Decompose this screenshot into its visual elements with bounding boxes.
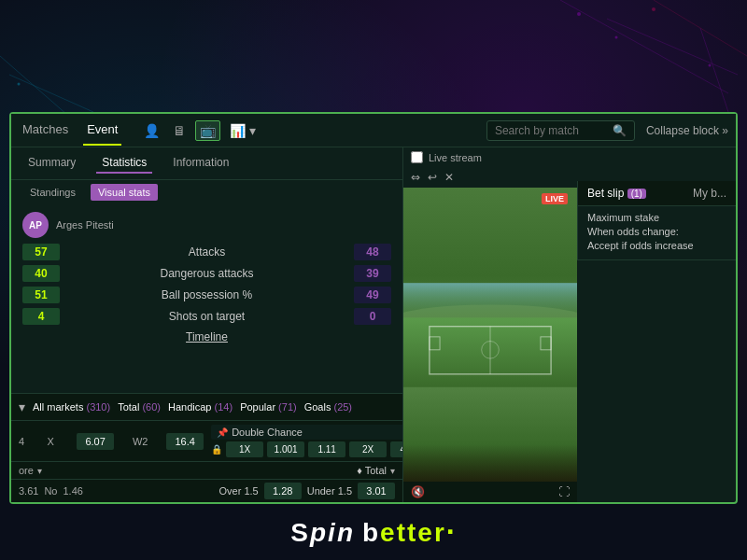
search-input[interactable] [495, 124, 607, 137]
x-odds-val[interactable]: 6.07 [77, 433, 114, 450]
stat-left-dangerous: 40 [22, 265, 60, 282]
stat-label-dangerous: Dangerous attacks [65, 267, 348, 280]
max-stake-row: Maximum stake [587, 212, 726, 223]
goals-tag[interactable]: Goals (25) [304, 401, 352, 413]
collapse-button[interactable]: Collapse block » [646, 124, 728, 137]
standings-tab[interactable]: Standings [22, 184, 83, 201]
svg-point-9 [709, 64, 712, 67]
under-val[interactable]: 3.01 [358, 483, 395, 499]
odds-change-label: When odds change: [587, 226, 679, 237]
event-tab[interactable]: Event [83, 115, 121, 146]
bottom-logo: Spinbetter· [290, 514, 456, 549]
logo-dot: · [446, 514, 457, 548]
stream-checkbox[interactable] [411, 151, 423, 163]
team-section: AP Arges Pitesti [22, 212, 391, 238]
pitch [403, 188, 577, 482]
logo-n: n [337, 518, 355, 547]
statistics-tab[interactable]: Statistics [96, 153, 152, 174]
stat-right-attacks: 48 [354, 244, 391, 260]
markets-bar: ▾ All markets (310) Total (60) Handicap … [11, 393, 402, 420]
stream-video: LIVE [403, 188, 577, 482]
stat-label-possession: Ball possession % [65, 288, 348, 301]
timeline-link[interactable]: Timeline [186, 330, 228, 343]
expand-total-icon[interactable]: ▾ [37, 466, 42, 476]
timeline-section: Timeline [22, 330, 391, 343]
svg-line-1 [607, 19, 738, 75]
total-tag[interactable]: Total (60) [118, 401, 161, 413]
accept-odds-label: Accept if odds increase [587, 240, 694, 251]
accept-odds-row: Accept if odds increase [587, 240, 726, 251]
stat-right-dangerous: 39 [354, 265, 391, 282]
stat-left-shots: 4 [22, 308, 60, 325]
stat-right-possession: 49 [354, 287, 391, 303]
checkbox-area: Live stream [403, 147, 577, 167]
over-val[interactable]: 1.28 [264, 483, 302, 499]
double-chance-title: Double Chance [232, 427, 303, 438]
w2-odds-val[interactable]: 16.4 [166, 433, 204, 450]
user-icon-btn[interactable]: 👤 [140, 121, 163, 140]
team-name: Arges Pitesti [56, 219, 114, 231]
bet-slip-tab[interactable]: Bet slip (1) [587, 187, 646, 200]
back-icon[interactable]: ↩ [428, 171, 437, 184]
stat-left-attacks: 57 [22, 244, 60, 260]
stat-row-dangerous: 40 Dangerous attacks 39 [22, 265, 391, 282]
max-stake-label: Maximum stake [587, 212, 659, 223]
no-label: No [44, 485, 57, 497]
stat-label-shots: Shots on target [65, 310, 348, 323]
visual-stats-tab[interactable]: Visual stats [91, 184, 158, 201]
some-val: 1.46 [63, 485, 82, 497]
matches-tab[interactable]: Matches [19, 115, 72, 146]
x-odds-label: X [32, 433, 69, 450]
monitor-icon-btn[interactable]: 🖥 [169, 121, 190, 140]
search-icon: 🔍 [613, 124, 627, 137]
dc-1x-val[interactable]: 1.001 [267, 441, 304, 457]
stream-footer: 🔇 ⛶ [403, 482, 577, 502]
svg-point-7 [615, 36, 618, 39]
close-stream-icon[interactable]: ✕ [444, 171, 454, 184]
chart-icon-btn[interactable]: 📊 ▾ [226, 121, 260, 140]
dc-2x-val[interactable]: 4.51 [390, 441, 403, 457]
mute-icon[interactable]: 🔇 [411, 485, 425, 498]
prev-label: ore [19, 465, 34, 476]
bet-info: Maximum stake When odds change: Accept i… [578, 206, 736, 259]
logo-i: i [328, 518, 337, 547]
svg-line-4 [9, 75, 93, 112]
logo-spin: S [290, 518, 310, 547]
information-tab[interactable]: Information [167, 153, 234, 174]
lock-icon: 🔒 [211, 444, 222, 455]
stat-label-attacks: Attacks [65, 245, 348, 259]
sub-nav: Summary Statistics Information [11, 147, 402, 180]
left-panel: Summary Statistics Information Standings… [11, 147, 403, 502]
tv-icon-btn[interactable]: 📺 [195, 120, 220, 141]
stat-row-attacks: 57 Attacks 48 [22, 244, 391, 260]
pitch-svg [403, 279, 577, 391]
move-icon[interactable]: ⇔ [411, 171, 420, 184]
logo-etter: etter [380, 518, 446, 547]
popular-tag[interactable]: Popular (71) [240, 401, 297, 413]
my-bets-tab[interactable]: My b... [693, 187, 726, 200]
team-logo: AP [22, 212, 49, 238]
bet-count-badge: (1) [627, 189, 646, 199]
logo-p: p [310, 518, 328, 547]
svg-point-6 [577, 12, 581, 16]
market-expand-icon[interactable]: ▾ [19, 399, 25, 414]
expand-total2-icon[interactable]: ▾ [390, 466, 395, 476]
x-result-label: 4 [19, 436, 24, 447]
summary-tab[interactable]: Summary [22, 153, 81, 174]
double-chance-odds: 🔒 1X 1.001 1.11 2X 4.51 [211, 441, 403, 457]
dc-2x-label: 2X [349, 441, 387, 457]
double-chance-header: 📌 Double Chance [211, 425, 403, 440]
total-title: ♦ Total [357, 465, 387, 476]
stream-controls: ⇔ ↩ ✕ [411, 171, 454, 184]
stat-row-possession: 51 Ball possession % 49 [22, 287, 391, 303]
fullscreen-icon[interactable]: ⛶ [558, 485, 570, 498]
stats-tabs: Standings Visual stats [11, 180, 402, 204]
double-chance-section: 📌 Double Chance 🔒 1X 1.001 1.11 2X 4.51 [211, 425, 403, 457]
stats-area: AP Arges Pitesti 57 Attacks 48 40 Danger… [11, 204, 402, 393]
svg-line-2 [654, 0, 747, 56]
all-markets-tag[interactable]: All markets (310) [33, 401, 110, 413]
pin-icon: 📌 [217, 427, 228, 438]
logo-b: b [362, 518, 380, 547]
handicap-tag[interactable]: Handicap (14) [168, 401, 233, 413]
dc-12-val[interactable]: 1.11 [308, 441, 345, 457]
